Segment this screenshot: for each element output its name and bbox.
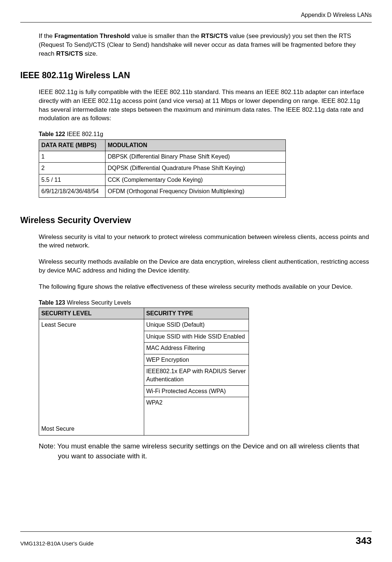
table-cell: DBPSK (Differential Binary Phase Shift K… xyxy=(105,151,286,162)
table-cell: 2 xyxy=(39,163,105,174)
table-cell: 6/9/12/18/24/36/48/54 xyxy=(39,186,105,197)
table122-caption: Table 122 IEEE 802.11g xyxy=(39,130,372,138)
fragmentation-paragraph: If the Fragmentation Threshold value is … xyxy=(39,32,372,58)
security-level-cell: Least Secure Most Secure xyxy=(39,319,144,436)
appendix-title: Appendix D Wireless LANs xyxy=(301,12,372,18)
bold-fragment: RTS/CTS xyxy=(201,32,228,39)
heading-wireless-security: Wireless Security Overview xyxy=(20,214,372,226)
table123-caption: Table 123 Wireless Security Levels xyxy=(39,299,372,307)
heading-ieee80211g: IEEE 802.11g Wireless LAN xyxy=(20,69,372,81)
least-secure-label: Least Secure xyxy=(41,321,76,329)
wso-paragraph-2: Wireless security methods available on t… xyxy=(39,257,372,275)
text-fragment: size. xyxy=(83,50,98,57)
table-cell: WEP Encryption xyxy=(144,354,249,365)
table-cell: OFDM (Orthogonal Frequency Division Mult… xyxy=(105,186,286,197)
footer-rule xyxy=(20,531,372,532)
table-cell: Unique SSID (Default) xyxy=(144,319,249,331)
wso-paragraph-3: The following figure shows the relative … xyxy=(39,282,372,291)
table-row: 6/9/12/18/24/36/48/54 OFDM (Orthogonal F… xyxy=(39,186,286,197)
table-cell: MAC Address Filtering xyxy=(144,343,249,354)
table-cell: 5.5 / 11 xyxy=(39,174,105,185)
footer: VMG1312-B10A User's Guide 343 xyxy=(20,531,372,547)
table-header-row: DATA RATE (MBPS) MODULATION xyxy=(39,139,286,151)
table-title: Wireless Security Levels xyxy=(65,299,131,306)
note-paragraph: Note: You must enable the same wireless … xyxy=(39,441,372,461)
table-cell: CCK (Complementary Code Keying) xyxy=(105,174,286,185)
table-cell: WPA2 xyxy=(144,397,249,436)
table-cell: DQPSK (Differential Quadrature Phase Shi… xyxy=(105,163,286,174)
table-cell: 1 xyxy=(39,151,105,162)
table-header-cell: DATA RATE (MBPS) xyxy=(39,139,105,151)
wso-paragraph-1: Wireless security is vital to your netwo… xyxy=(39,233,372,250)
table-cell: Unique SSID with Hide SSID Enabled xyxy=(144,331,249,342)
table123: SECURITY LEVEL SECURITY TYPE Least Secur… xyxy=(39,308,249,436)
text-fragment: If the xyxy=(39,32,55,39)
bold-fragment: RTS/CTS xyxy=(56,50,83,57)
bold-fragment: Fragmentation Threshold xyxy=(55,32,130,39)
footer-page-number: 343 xyxy=(356,534,372,547)
table-row: 1 DBPSK (Differential Binary Phase Shift… xyxy=(39,151,286,162)
most-secure-label: Most Secure xyxy=(41,425,74,433)
table-cell: IEEE802.1x EAP with RADIUS Server Authen… xyxy=(144,366,249,386)
table-title: IEEE 802.11g xyxy=(65,131,103,137)
table122: DATA RATE (MBPS) MODULATION 1 DBPSK (Dif… xyxy=(39,139,286,198)
table-row: Least Secure Most Secure Unique SSID (De… xyxy=(39,319,249,331)
table-header-cell: SECURITY TYPE xyxy=(144,308,249,319)
footer-row: VMG1312-B10A User's Guide 343 xyxy=(20,534,372,547)
ieee80211g-paragraph: IEEE 802.11g is fully compatible with th… xyxy=(39,88,372,123)
table-row: 2 DQPSK (Differential Quadrature Phase S… xyxy=(39,163,286,174)
table-header-cell: MODULATION xyxy=(105,139,286,151)
footer-guide-name: VMG1312-B10A User's Guide xyxy=(20,540,94,547)
table-row: 5.5 / 11 CCK (Complementary Code Keying) xyxy=(39,174,286,185)
table-header-cell: SECURITY LEVEL xyxy=(39,308,144,319)
page-content: If the Fragmentation Threshold value is … xyxy=(0,22,392,461)
text-fragment: value is smaller than the xyxy=(130,32,201,39)
table-cell: Wi-Fi Protected Access (WPA) xyxy=(144,385,249,397)
table-header-row: SECURITY LEVEL SECURITY TYPE xyxy=(39,308,249,319)
header: Appendix D Wireless LANs xyxy=(0,0,392,21)
table-label: Table 123 xyxy=(39,299,65,306)
table-label: Table 122 xyxy=(39,131,65,137)
